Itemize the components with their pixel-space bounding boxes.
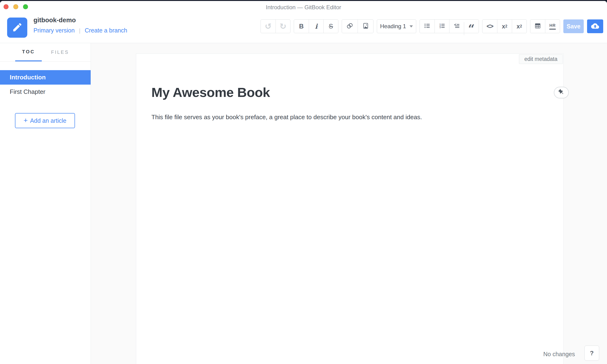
header-links: Primary version | Create a branch <box>33 27 127 34</box>
block-group: HR <box>530 19 560 33</box>
titlebar: Introduction — GitBook Editor <box>0 1 607 13</box>
bold-label: B <box>299 23 304 30</box>
code-icon: <> <box>486 23 493 30</box>
subscript-base: x <box>502 23 505 30</box>
tab-files[interactable]: FILES <box>49 43 71 61</box>
publish-upload-button[interactable] <box>587 19 603 33</box>
superscript-button[interactable]: x2 <box>512 20 526 33</box>
redo-button[interactable]: ↻ <box>276 20 290 33</box>
redo-icon: ↻ <box>279 22 286 31</box>
code-script-group: <> x2 x2 <box>482 19 527 33</box>
pencil-icon <box>12 22 23 34</box>
save-label: Save <box>567 23 580 30</box>
sidebar-item-first-chapter[interactable]: First Chapter <box>0 85 91 99</box>
sidebar-item-label: Introduction <box>10 74 46 81</box>
create-branch-link[interactable]: Create a branch <box>85 27 127 34</box>
minimize-window-button[interactable] <box>13 4 18 9</box>
undo-button[interactable]: ↺ <box>261 20 276 33</box>
superscript-base: x <box>517 23 520 30</box>
window-title: Introduction — GitBook Editor <box>0 1 607 13</box>
undo-icon: ↺ <box>265 22 272 31</box>
document-title[interactable]: My Awesome Book <box>152 85 270 100</box>
edit-metadata-button[interactable]: edit metadata <box>519 54 563 64</box>
superscript-digit: 2 <box>520 24 522 28</box>
history-group: ↺ ↻ <box>261 19 290 33</box>
bullet-list-button[interactable] <box>420 20 434 33</box>
sidebar: TOC FILES Introduction First Chapter + A… <box>0 43 91 364</box>
pushpin-icon <box>558 89 565 97</box>
chevron-down-icon <box>410 25 413 27</box>
add-article-label: Add an article <box>30 117 67 124</box>
blockquote-button[interactable]: “ <box>464 22 479 35</box>
save-button[interactable]: Save <box>563 19 584 33</box>
bullet-list-icon <box>424 22 431 30</box>
subscript-button[interactable]: x2 <box>497 20 512 33</box>
status-text: No changes <box>543 351 575 358</box>
insert-group <box>342 19 373 33</box>
app-header: gitbook-demo Primary version | Create a … <box>0 13 607 43</box>
numbered-list-icon: 123 <box>439 22 446 30</box>
bold-button[interactable]: B <box>294 20 309 33</box>
sidebar-item-introduction[interactable]: Introduction <box>0 70 91 85</box>
heading-dropdown[interactable]: Heading 1 <box>377 20 416 33</box>
help-button[interactable]: ? <box>584 346 599 361</box>
table-icon <box>534 22 541 30</box>
table-button[interactable] <box>530 20 545 33</box>
checklist-icon <box>453 22 460 30</box>
italic-button[interactable]: i <box>309 20 323 33</box>
book-title: gitbook-demo <box>33 17 76 24</box>
code-button[interactable]: <> <box>483 20 497 33</box>
tab-toc-label: TOC <box>22 49 35 54</box>
strikethrough-button[interactable]: S <box>323 20 338 33</box>
numbered-list-button[interactable]: 123 <box>434 20 449 33</box>
subscript-digit: 2 <box>505 24 507 28</box>
zoom-window-button[interactable] <box>23 4 28 9</box>
strikethrough-label: S <box>329 23 333 30</box>
editor-area: edit metadata My Awesome Book This file … <box>91 43 607 364</box>
sidebar-item-label: First Chapter <box>10 88 45 95</box>
tab-toc[interactable]: TOC <box>15 43 42 61</box>
link-icon <box>346 22 354 31</box>
document-body[interactable]: This file file serves as your book's pre… <box>152 114 540 121</box>
help-label: ? <box>590 350 594 357</box>
image-button[interactable] <box>358 20 373 33</box>
list-group: 123 “ <box>420 19 479 33</box>
edit-metadata-label: edit metadata <box>524 56 557 62</box>
primary-version-link[interactable]: Primary version <box>33 27 75 34</box>
sidebar-tabs: TOC FILES <box>0 43 91 62</box>
heading-label: Heading 1 <box>380 23 406 30</box>
pin-button[interactable] <box>554 87 569 98</box>
checklist-button[interactable] <box>449 20 464 33</box>
document-card[interactable]: edit metadata My Awesome Book This file … <box>136 53 564 364</box>
link-button[interactable] <box>342 20 358 33</box>
text-style-group: B i S <box>294 19 338 33</box>
image-icon <box>362 22 369 30</box>
gitbook-logo-button[interactable] <box>7 17 27 38</box>
link-divider: | <box>79 27 81 34</box>
close-window-button[interactable] <box>3 4 9 9</box>
add-article-button[interactable]: + Add an article <box>15 113 75 128</box>
horizontal-rule-button[interactable]: HR <box>545 20 560 33</box>
app-window: Introduction — GitBook Editor gitbook-de… <box>0 1 607 364</box>
heading-group: Heading 1 <box>377 19 416 33</box>
editor-toolbar: ↺ ↻ B i S <box>261 19 603 33</box>
svg-text:3: 3 <box>440 26 441 29</box>
horizontal-rule-icon: HR <box>549 23 556 30</box>
tab-files-label: FILES <box>51 50 69 55</box>
italic-label: i <box>315 23 317 30</box>
cloud-upload-icon <box>591 22 599 31</box>
